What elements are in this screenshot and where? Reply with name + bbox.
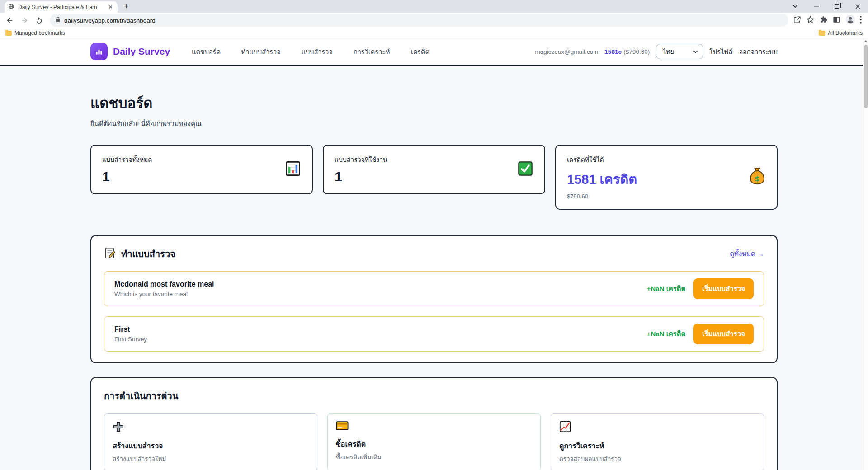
bookmarks-divider: [814, 30, 814, 36]
quick-action-subtitle: ซื้อเครดิตเพิ่มเติม: [336, 452, 532, 462]
stat-card-available-credits: เครดิตที่ใช้ได้ 1581 เครดิต $790.60 $: [555, 145, 778, 210]
window-restore-icon[interactable]: [826, 0, 847, 13]
brand-name: Daily Survey: [113, 46, 170, 57]
stat-usd-value: $790.60: [567, 193, 637, 200]
nav-analytics[interactable]: การวิเคราะห์: [354, 47, 390, 57]
page-scrollbar[interactable]: [863, 38, 868, 470]
reload-icon[interactable]: [33, 14, 45, 27]
stats-row: แบบสำรวจทั้งหมด 1 แบบสำรวจที่ใช้งาน 1 เค…: [90, 145, 778, 210]
window-minimize-icon[interactable]: [806, 0, 826, 13]
survey-row: First First Survey +NaN เครดิต เริ่มแบบส…: [104, 316, 764, 352]
stat-value: 1: [335, 169, 387, 184]
folder-icon: [819, 31, 825, 36]
bookmarks-bar: Managed bookmarks All Bookmarks: [0, 28, 868, 38]
view-all-link[interactable]: ดูทั้งหมด →: [730, 249, 764, 259]
profile-avatar[interactable]: [845, 14, 855, 26]
stat-card-active-surveys: แบบสำรวจที่ใช้งาน 1: [323, 145, 545, 194]
stat-value: 1: [102, 169, 152, 184]
survey-title: First: [114, 325, 147, 334]
tab-title: Daily Survey - Participate & Earn: [18, 4, 104, 10]
forward-icon[interactable]: [18, 14, 31, 27]
url-bar[interactable]: dailysurveyapp.com/th/dashboard: [50, 14, 788, 27]
money-bag-icon: $: [749, 167, 766, 187]
memo-icon: [104, 247, 116, 261]
back-icon[interactable]: [4, 14, 16, 27]
globe-icon: [8, 3, 14, 11]
scrollbar-thumb[interactable]: [864, 45, 868, 108]
brand[interactable]: Daily Survey: [90, 43, 170, 60]
nav-surveys[interactable]: แบบสำรวจ: [302, 47, 333, 57]
stat-label: แบบสำรวจที่ใช้งาน: [335, 155, 387, 164]
side-panel-icon[interactable]: [832, 15, 841, 26]
all-bookmarks[interactable]: All Bookmarks: [819, 30, 863, 36]
quick-action-subtitle: ตรวจสอบผลแบบสำรวจ: [559, 454, 755, 464]
lock-icon: [55, 16, 61, 24]
quick-actions-panel: การดำเนินการด่วน สร้างแบบสำรวจ สร้างแบบส…: [90, 377, 778, 470]
new-tab-icon[interactable]: +: [124, 2, 129, 13]
kebab-menu-icon[interactable]: [860, 16, 862, 25]
stat-card-total-surveys: แบบสำรวจทั้งหมด 1: [90, 145, 313, 194]
language-select[interactable]: ไทย: [656, 44, 703, 59]
survey-subtitle: First Survey: [114, 336, 147, 343]
main-nav: แดชบอร์ด ทำแบบสำรวจ แบบสำรวจ การวิเคราะห…: [192, 47, 429, 57]
managed-bookmarks-label: Managed bookmarks: [14, 30, 65, 36]
browser-tab[interactable]: Daily Survey - Participate & Earn ✕: [5, 1, 118, 13]
survey-title: Mcdonald most favorite meal: [114, 280, 214, 288]
quick-action-title: สร้างแบบสำรวจ: [113, 440, 309, 451]
browser-toolbar: dailysurveyapp.com/th/dashboard: [0, 13, 868, 28]
tab-close-icon[interactable]: ✕: [107, 4, 114, 10]
credits-summary: 1581c ($790.60): [604, 47, 650, 56]
start-survey-button[interactable]: เริ่มแบบสำรวจ: [693, 278, 754, 299]
quick-action-create-survey[interactable]: สร้างแบบสำรวจ สร้างแบบสำรวจใหม่: [104, 413, 317, 470]
stat-value: 1581 เครดิต: [567, 169, 637, 190]
nav-credits[interactable]: เครดิต: [411, 47, 429, 57]
page-subtitle: ยินดีต้อนรับกลับ! นี่คือภาพรวมของคุณ: [90, 118, 778, 129]
dashboard-main: แดชบอร์ด ยินดีต้อนรับกลับ! นี่คือภาพรวมข…: [90, 66, 778, 470]
stat-label: เครดิตที่ใช้ได้: [567, 155, 637, 164]
profile-link[interactable]: โปรไฟล์: [709, 47, 732, 57]
tab-search-chevron-icon[interactable]: [785, 0, 806, 13]
quick-action-buy-credits[interactable]: ซื้อเครดิต ซื้อเครดิตเพิ่มเติม: [327, 413, 541, 470]
user-email: magiczeux@gmail.com: [535, 48, 599, 55]
page-title: แดชบอร์ด: [90, 92, 778, 114]
nav-dashboard[interactable]: แดชบอร์ด: [192, 47, 221, 57]
quick-action-view-analytics[interactable]: ดูการวิเคราะห์ ตรวจสอบผลแบบสำรวจ: [551, 413, 764, 470]
quick-actions-title: การดำเนินการด่วน: [104, 389, 764, 403]
browser-titlebar: Daily Survey - Participate & Earn ✕ +: [0, 0, 868, 13]
stat-label: แบบสำรวจทั้งหมด: [102, 155, 152, 164]
brand-logo-bar-chart-icon: [90, 43, 108, 60]
start-survey-button[interactable]: เริ่มแบบสำรวจ: [693, 324, 754, 344]
chart-increasing-icon: [559, 426, 571, 434]
extensions-puzzle-icon[interactable]: [819, 15, 828, 26]
credits-amount: 1581c: [604, 48, 622, 55]
logout-link[interactable]: ออกจากระบบ: [739, 47, 778, 57]
check-mark-icon: [517, 160, 533, 179]
svg-text:$: $: [755, 174, 760, 183]
managed-bookmarks[interactable]: Managed bookmarks: [5, 30, 65, 36]
survey-row: Mcdonald most favorite meal Which is you…: [104, 271, 764, 306]
scrollbar-up-arrow-icon[interactable]: [863, 38, 868, 44]
app-header: Daily Survey แดชบอร์ด ทำแบบสำรวจ แบบสำรว…: [0, 38, 868, 66]
quick-action-title: ซื้อเครดิต: [336, 438, 532, 450]
bookmark-star-icon[interactable]: [806, 15, 815, 26]
url-text: dailysurveyapp.com/th/dashboard: [64, 17, 156, 24]
survey-reward: +NaN เครดิต: [647, 283, 686, 294]
survey-reward: +NaN เครดิต: [647, 329, 686, 339]
plus-icon: [113, 426, 124, 434]
quick-action-title: ดูการวิเคราะห์: [559, 440, 755, 451]
surveys-panel-title: ทำแบบสำรวจ: [121, 247, 175, 261]
take-surveys-panel: ทำแบบสำรวจ ดูทั้งหมด → Mcdonald most fav…: [90, 235, 778, 363]
share-icon[interactable]: [793, 15, 802, 26]
nav-take-surveys[interactable]: ทำแบบสำรวจ: [241, 47, 281, 57]
folder-icon: [5, 31, 12, 36]
window-close-icon[interactable]: [847, 0, 868, 13]
bar-chart-icon: [285, 160, 301, 179]
chevron-down-icon: [693, 50, 698, 53]
quick-action-subtitle: สร้างแบบสำรวจใหม่: [113, 454, 309, 464]
language-selected-value: ไทย: [663, 47, 674, 56]
survey-subtitle: Which is your favorite meal: [114, 291, 214, 297]
credits-usd: ($790.60): [623, 48, 650, 55]
all-bookmarks-label: All Bookmarks: [828, 30, 863, 36]
credit-card-icon: [336, 424, 349, 432]
